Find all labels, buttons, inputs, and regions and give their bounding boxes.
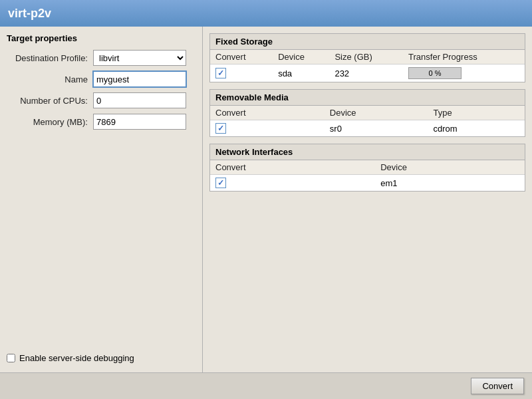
debug-checkbox[interactable] (7, 354, 15, 362)
left-panel: Target properties Destination Profile: l… (0, 27, 203, 372)
fixed-storage-col-device: Device (273, 50, 329, 65)
app-title: virt-p2v (8, 7, 51, 21)
table-row: sda 232 0 % (210, 65, 525, 82)
fixed-storage-col-progress: Transfer Progress (403, 50, 525, 65)
name-label: Name (7, 74, 93, 84)
bottom-bar: Convert (0, 372, 532, 399)
fixed-storage-size-cell: 232 (329, 65, 403, 82)
removable-media-col-type: Type (428, 106, 525, 120)
name-value (93, 71, 196, 87)
fixed-storage-convert-cell (210, 65, 273, 82)
network-convert-checkbox[interactable] (215, 178, 226, 188)
network-interfaces-section: Network Interfaces Convert Device em1 (209, 144, 525, 192)
destination-profile-value: libvirt (93, 50, 196, 66)
removable-media-header-row: Convert Device Type (210, 106, 525, 120)
removable-media-section: Removable Media Convert Device Type sr0 (209, 89, 525, 137)
network-interfaces-title: Network Interfaces (210, 144, 525, 160)
removable-convert-checkbox[interactable] (215, 123, 226, 134)
fixed-storage-device-cell: sda (273, 65, 329, 82)
name-input[interactable] (93, 71, 186, 87)
memory-value: 7869 (93, 114, 196, 130)
fixed-storage-col-convert: Convert (210, 50, 273, 65)
target-properties-title: Target properties (7, 33, 196, 43)
table-row: sr0 cdrom (210, 120, 525, 137)
num-cpus-value: 0 (93, 92, 196, 108)
debug-label[interactable]: Enable server-side debugging (19, 353, 134, 363)
memory-display[interactable]: 7869 (93, 114, 186, 130)
removable-media-table: Convert Device Type sr0 cdrom (210, 106, 525, 136)
network-interfaces-table: Convert Device em1 (210, 160, 525, 191)
fixed-storage-col-size: Size (GB) (329, 50, 403, 65)
network-header-row: Convert Device (210, 160, 525, 175)
network-col-convert: Convert (210, 160, 375, 175)
progress-label: 0 % (429, 69, 442, 77)
num-cpus-row: Number of CPUs: 0 (7, 92, 196, 108)
num-cpus-display[interactable]: 0 (93, 92, 186, 108)
removable-device-cell: sr0 (325, 120, 428, 137)
network-convert-cell (210, 175, 375, 192)
removable-media-title: Removable Media (210, 90, 525, 106)
fixed-storage-convert-checkbox[interactable] (215, 68, 226, 78)
destination-profile-row: Destination Profile: libvirt (7, 50, 196, 66)
removable-media-col-convert: Convert (210, 106, 325, 120)
fixed-storage-header-row: Convert Device Size (GB) Transfer Progre… (210, 50, 525, 65)
right-panel: Fixed Storage Convert Device Size (GB) T… (203, 27, 532, 372)
title-bar: virt-p2v (0, 0, 532, 27)
removable-type-cell: cdrom (428, 120, 525, 137)
fixed-storage-table: Convert Device Size (GB) Transfer Progre… (210, 50, 525, 82)
destination-profile-label: Destination Profile: (7, 53, 93, 63)
progress-bar: 0 % (408, 67, 462, 79)
main-content: Target properties Destination Profile: l… (0, 27, 532, 372)
removable-media-col-device: Device (325, 106, 428, 120)
memory-row: Memory (MB): 7869 (7, 114, 196, 130)
table-row: em1 (210, 175, 525, 192)
fixed-storage-section: Fixed Storage Convert Device Size (GB) T… (209, 33, 525, 82)
network-device-cell: em1 (375, 175, 525, 192)
fixed-storage-progress-cell: 0 % (403, 65, 525, 82)
removable-convert-cell (210, 120, 325, 137)
num-cpus-label: Number of CPUs: (7, 96, 93, 106)
fixed-storage-title: Fixed Storage (210, 34, 525, 50)
network-col-device: Device (375, 160, 525, 175)
debug-area: Enable server-side debugging (7, 350, 196, 366)
memory-label: Memory (MB): (7, 117, 93, 127)
name-row: Name (7, 71, 196, 87)
convert-button[interactable]: Convert (471, 378, 524, 394)
destination-profile-select[interactable]: libvirt (93, 50, 186, 66)
